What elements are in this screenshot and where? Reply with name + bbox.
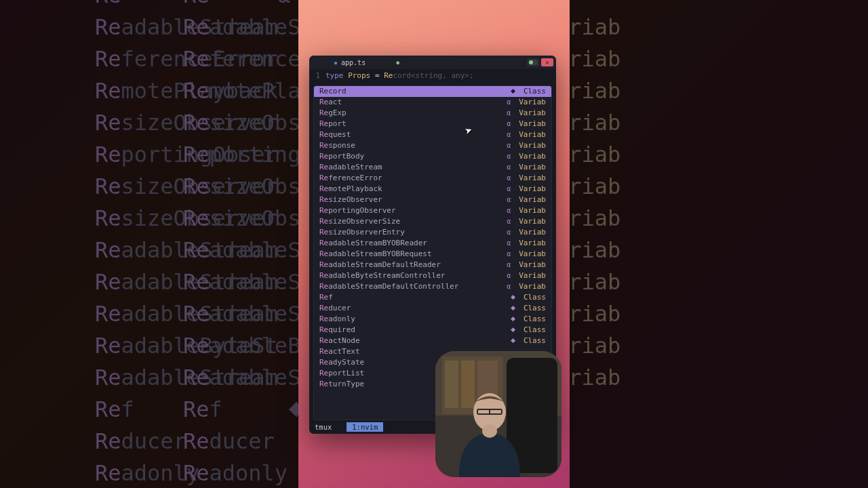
completion-item[interactable]: RemotePlaybackαVariab	[314, 184, 551, 195]
completion-match: Re	[319, 140, 328, 151]
completion-rest: ferenceError	[328, 173, 382, 184]
tab-filename: app.ts	[341, 59, 366, 66]
completion-match: Re	[319, 281, 328, 292]
completion-kind: Variab	[519, 249, 546, 260]
kind-icon: ⯁	[510, 314, 517, 325]
completion-match: Re	[319, 184, 328, 195]
code-line: 1 type Props = Record<string, any>;	[313, 70, 552, 81]
completion-match: Re	[319, 108, 328, 119]
kind-icon: α	[505, 140, 512, 151]
completion-kind: Variab	[519, 195, 546, 205]
kind-icon: α	[505, 119, 512, 129]
completion-item[interactable]: ReportingObserverαVariab	[314, 205, 551, 216]
kind-icon: α	[505, 97, 512, 108]
completion-match: Re	[319, 270, 328, 281]
completion-match: Re	[319, 260, 328, 270]
completion-kind: Variab	[519, 238, 546, 249]
completion-match: Re	[319, 314, 328, 325]
window-buttons: ✕	[527, 58, 553, 66]
completion-match: Re	[319, 86, 328, 97]
completion-rest: cord	[328, 86, 347, 97]
completion-rest: adableByteStreamController	[328, 270, 445, 281]
ts-file-icon: ▪	[334, 59, 338, 66]
completion-item[interactable]: Record⯁Class	[314, 86, 551, 97]
completion-rest: adableStreamDefaultController	[328, 281, 458, 292]
kind-icon: α	[505, 195, 512, 205]
kind-icon: α	[505, 270, 512, 281]
toggle-button[interactable]	[527, 58, 539, 66]
completion-item[interactable]: ReadableStreamαVariab	[314, 162, 551, 173]
completion-match: Re	[319, 238, 328, 249]
status-window-tab[interactable]: 1:nvim	[347, 422, 383, 432]
svg-rect-3	[445, 361, 458, 408]
kind-icon: ⯁	[510, 303, 517, 314]
completion-match: Re	[319, 97, 328, 108]
status-session: tmux	[315, 423, 332, 431]
completion-kind: Variab	[519, 108, 546, 119]
close-button[interactable]: ✕	[541, 58, 553, 66]
completion-rest: adableStreamBYOBReader	[328, 238, 427, 249]
completion-kind: Variab	[519, 97, 546, 108]
completion-item[interactable]: ReadableByteStreamControllerαVariab	[314, 270, 551, 281]
completion-rest: sizeObserverEntry	[328, 227, 405, 238]
modified-dot-icon: ●	[396, 60, 399, 66]
completion-rest: adableStreamBYOBRequest	[328, 249, 431, 260]
completion-item[interactable]: Ref⯁Class	[314, 292, 551, 303]
completion-rest: adableStreamDefaultReader	[328, 260, 441, 270]
completion-kind: Class	[524, 303, 546, 314]
completion-rest: turnType	[328, 379, 364, 390]
completion-item[interactable]: ReactNode⯁Class	[314, 336, 551, 346]
completion-kind: Class	[524, 336, 546, 346]
completion-item[interactable]: ReactαVariab	[314, 97, 551, 108]
kind-icon: α	[505, 205, 512, 216]
completion-item[interactable]: ReadableStreamBYOBReaderαVariab	[314, 238, 551, 249]
completion-match: Re	[319, 303, 328, 314]
completion-match: Re	[319, 151, 328, 162]
kind-icon: α	[505, 238, 512, 249]
completion-rest: motePlayback	[328, 184, 382, 195]
completion-rest: actNode	[328, 336, 359, 346]
kind-icon: α	[505, 162, 512, 173]
completion-item[interactable]: ReportαVariab	[314, 119, 551, 129]
type-identifier: Props	[348, 71, 370, 80]
completion-item[interactable]: ReferenceErrorαVariab	[314, 173, 551, 184]
completion-kind: Variab	[519, 227, 546, 238]
completion-match: Re	[319, 119, 328, 129]
completion-rest: f	[328, 292, 333, 303]
completion-match: Re	[319, 227, 328, 238]
completion-item[interactable]: ReadableStreamBYOBRequestαVariab	[314, 249, 551, 260]
editor-tab[interactable]: ▪ app.ts ●	[334, 59, 399, 66]
completion-item[interactable]: ReadableStreamDefaultControllerαVariab	[314, 281, 551, 292]
completion-match: Re	[319, 325, 328, 336]
kind-icon: ⯁	[510, 292, 517, 303]
completion-rest: sponse	[328, 140, 355, 151]
kind-icon: α	[505, 173, 512, 184]
completion-match: Re	[319, 173, 328, 184]
completion-item[interactable]: Reducer⯁Class	[314, 303, 551, 314]
completion-item[interactable]: Readonly⯁Class	[314, 314, 551, 325]
completion-item[interactable]: RequestαVariab	[314, 129, 551, 140]
equals: =	[375, 71, 380, 80]
completion-kind: Variab	[519, 216, 546, 227]
completion-rest: gExp	[328, 108, 347, 119]
svg-point-10	[482, 424, 497, 438]
completion-item[interactable]: ResizeObserverEntryαVariab	[314, 227, 551, 238]
completion-item[interactable]: ResizeObserverSizeαVariab	[314, 216, 551, 227]
completion-item[interactable]: ResponseαVariab	[314, 140, 551, 151]
completion-rest: portBody	[328, 151, 364, 162]
code-area[interactable]: 1 type Props = Record<string, any>;	[309, 69, 556, 83]
completion-kind: Variab	[519, 184, 546, 195]
completion-item[interactable]: ReadableStreamDefaultReaderαVariab	[314, 260, 551, 270]
completion-item[interactable]: ReportBodyαVariab	[314, 151, 551, 162]
completion-item[interactable]: RegExpαVariab	[314, 108, 551, 119]
completion-kind: Variab	[519, 173, 546, 184]
completion-kind: Class	[524, 86, 546, 97]
completion-item[interactable]: Required⯁Class	[314, 325, 551, 336]
completion-match: Re	[319, 195, 328, 205]
kind-icon: α	[505, 184, 512, 195]
kind-icon: α	[505, 249, 512, 260]
letterbox-right: ReαVariabReadableStreamαVariabReferenceE…	[570, 0, 868, 488]
svg-rect-4	[461, 361, 475, 408]
kind-icon: α	[505, 151, 512, 162]
completion-item[interactable]: ResizeObserverαVariab	[314, 195, 551, 205]
